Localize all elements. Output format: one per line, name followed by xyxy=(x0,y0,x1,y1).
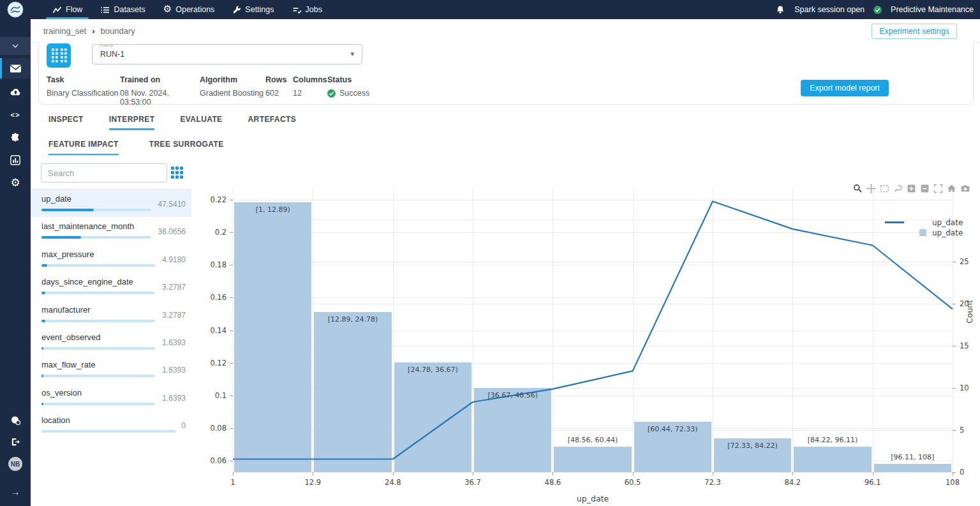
summary-field-algorithm: Algorithm Gradient Boosting xyxy=(200,75,265,107)
sidebar-item-bar-chart[interactable] xyxy=(0,150,31,170)
pan-icon[interactable] xyxy=(866,184,877,193)
legend-item-line[interactable]: up_date xyxy=(884,218,973,227)
tab-artefacts[interactable]: ARTEFACTS xyxy=(248,115,297,130)
breadcrumb-parent[interactable]: training_set xyxy=(43,26,86,36)
sidebar-item-mail[interactable] xyxy=(0,58,31,78)
y-right-tick-label: 10 xyxy=(960,383,969,392)
feature-row-location[interactable]: location 0 xyxy=(31,411,191,438)
histogram-bar[interactable] xyxy=(474,388,551,472)
x-tick-label: 36.7 xyxy=(464,478,481,487)
x-tick-mark xyxy=(792,472,793,475)
zoom-in-icon[interactable] xyxy=(907,184,917,193)
sidebar-item-code[interactable]: <> xyxy=(0,104,31,124)
session-status: Spark session open xyxy=(794,5,865,14)
legend-square-swatch xyxy=(919,229,926,236)
summary-label: Task xyxy=(47,75,120,84)
app-logo-icon[interactable] xyxy=(7,1,24,18)
gridline-v xyxy=(633,188,634,472)
nav-item-datasets[interactable]: Datasets xyxy=(91,0,154,19)
sidebar-item-cloud-upload[interactable] xyxy=(0,81,31,101)
nav-item-flow[interactable]: Flow xyxy=(43,0,91,19)
run-select-dropdown[interactable]: Runs RUN-1 ▾ xyxy=(92,44,362,64)
nav-item-label: Operations xyxy=(175,5,214,14)
tab-inspect[interactable]: INSPECT xyxy=(48,115,84,130)
y-right-tick-label: 5 xyxy=(960,426,964,435)
reset-axes-icon[interactable] xyxy=(947,184,957,193)
feature-name: location xyxy=(41,415,70,425)
mail-icon xyxy=(10,64,22,73)
sidebar-item-puzzle[interactable] xyxy=(0,127,31,147)
project-name[interactable]: Predictive Maintenance xyxy=(891,5,974,14)
experiment-settings-button[interactable]: Experiment settings xyxy=(872,24,957,39)
x-tick-label: 1 xyxy=(230,478,235,487)
nav-item-settings[interactable]: Settings xyxy=(223,0,283,19)
top-nav: FlowDatasets⚙OperationsSettingsJobs Spar… xyxy=(0,0,980,19)
feature-row-os_version[interactable]: os_version 1.6393 xyxy=(31,383,191,411)
feature-row-max_pressure[interactable]: max_pressure 4.9180 xyxy=(31,245,191,272)
summary-label: Algorithm xyxy=(200,75,265,84)
user-avatar[interactable]: NB xyxy=(8,457,22,471)
feature-impact-value: 47.5410 xyxy=(158,200,186,209)
legend-item-bar[interactable]: up_date xyxy=(884,228,973,237)
camera-icon[interactable] xyxy=(960,184,970,193)
histogram-bar[interactable] xyxy=(394,362,471,472)
bin-label: [24.78, 36.67) xyxy=(408,366,458,374)
feature-impact-bar xyxy=(41,236,151,239)
y-left-tick-label: 0.1 xyxy=(192,391,226,400)
subtab-feature-impact[interactable]: FEATURE IMPACT xyxy=(48,140,119,155)
chevron-down-icon xyxy=(12,44,19,48)
sidebar-item-expand-arrow[interactable]: → xyxy=(0,482,31,502)
autoscale-icon[interactable] xyxy=(933,184,944,193)
sidebar-item-avatar[interactable]: NB xyxy=(0,454,31,474)
bin-label: [60.44, 72.33) xyxy=(648,425,698,433)
feature-row-max_flow_rate[interactable]: max_flow_rate 1.6393 xyxy=(31,355,191,383)
nav-item-jobs[interactable]: Jobs xyxy=(283,0,331,19)
feature-row-up_date[interactable]: up_date 47.5410 xyxy=(31,190,191,217)
tab-evaluate[interactable]: EVALUATE xyxy=(180,115,222,130)
feature-impact-value: 0 xyxy=(181,421,186,430)
feature-row-manufacturer[interactable]: manufacturer 3.2787 xyxy=(31,301,191,328)
x-tick-mark xyxy=(313,472,313,475)
zoom-out-icon[interactable] xyxy=(920,184,930,193)
box-select-icon[interactable] xyxy=(880,184,890,193)
bell-icon[interactable] xyxy=(775,4,785,15)
sidebar-item-logout[interactable] xyxy=(0,431,31,452)
chart-modebar xyxy=(853,184,970,193)
zoom-icon[interactable] xyxy=(853,184,863,193)
sidebar-item-chevron-down[interactable] xyxy=(0,37,31,55)
x-tick-label: 72.3 xyxy=(704,478,721,487)
subtab-tree-surrogate[interactable]: TREE SURROGATE xyxy=(149,140,224,155)
sidebar-item-badge[interactable] xyxy=(0,410,31,431)
search-input[interactable] xyxy=(41,163,167,182)
summary-value: 08 Nov. 2024, 03:53:00 xyxy=(120,89,200,107)
sidebar-item-gear[interactable]: ⚙ xyxy=(0,173,31,193)
y2-tick-mark xyxy=(953,472,956,473)
feature-impact-bar xyxy=(41,209,151,211)
nav-item-operations[interactable]: ⚙Operations xyxy=(154,0,224,19)
grid-view-icon[interactable] xyxy=(171,167,183,179)
gridline-h xyxy=(233,200,953,200)
settings-icon xyxy=(232,5,241,14)
histogram-bar[interactable] xyxy=(794,447,871,472)
histogram-bar[interactable] xyxy=(234,202,311,472)
feature-row-days_since_engine_date[interactable]: days_since_engine_date 3.2787 xyxy=(31,272,191,300)
lasso-icon[interactable] xyxy=(893,184,903,193)
histogram-bar[interactable] xyxy=(314,312,391,472)
gridline-h xyxy=(233,232,953,233)
left-sidebar: <>⚙NB→ xyxy=(0,19,31,506)
x-tick-mark xyxy=(233,472,234,475)
y-right-tick-label: 25 xyxy=(960,257,969,266)
feature-row-event_observed[interactable]: event_observed 1.6393 xyxy=(31,328,191,355)
tab-interpret[interactable]: INTERPRET xyxy=(109,115,155,130)
export-model-report-button[interactable]: Export model report xyxy=(801,80,889,96)
sub-tabs: FEATURE IMPACTTREE SURROGATE xyxy=(48,140,224,155)
histogram-bar[interactable] xyxy=(554,447,631,472)
feature-impact-bar xyxy=(41,320,155,322)
y-right-tick-label: 15 xyxy=(960,341,969,350)
feature-row-last_maintenance_month[interactable]: last_maintenance_month 36.0656 xyxy=(31,217,191,244)
x-tick-mark xyxy=(633,472,634,475)
summary-label: Status xyxy=(327,75,369,84)
gear-icon: ⚙ xyxy=(10,177,20,189)
histogram-bar[interactable] xyxy=(874,464,951,472)
y-tick-mark xyxy=(230,232,233,233)
